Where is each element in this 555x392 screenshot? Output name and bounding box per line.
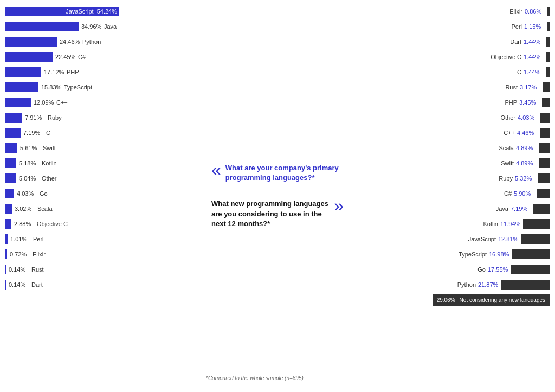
question-1-text: What are your company's primary programm…	[225, 163, 344, 183]
right-row: Ruby 5.32%	[354, 171, 550, 185]
right-row: Swift 4.89%	[354, 156, 550, 170]
right-row: Rust 3.17%	[354, 80, 550, 94]
footnote: *Compared to the whole sample (n=695)	[206, 375, 304, 381]
right-row: Other 4.03%	[354, 111, 550, 125]
left-row: 34.96% Java	[5, 20, 201, 34]
left-row: 4.03% Go	[5, 187, 201, 201]
right-row: Perl 1.15%	[354, 20, 550, 34]
left-row: 22.45% C#	[5, 50, 201, 64]
left-row: 0.14% Rust	[5, 262, 201, 277]
chevron-left-icon: «	[211, 161, 221, 178]
right-row: Kotlin 11.94%	[354, 217, 550, 231]
left-row: 1.01% Perl	[5, 232, 201, 246]
right-row: TypeScript 16.98%	[354, 247, 550, 261]
left-row: 5.61% Swift	[5, 141, 201, 155]
left-row: 0.14% Dart	[5, 278, 201, 292]
right-row: Python 21.87%	[354, 278, 550, 292]
left-row: 24.46% Python	[5, 35, 201, 49]
left-row: 3.02% Scala	[5, 202, 201, 216]
question-block-1: « What are your company's primary progra…	[211, 163, 344, 183]
left-row: 5.18% Kotlin	[5, 156, 201, 170]
right-row: PHP 3.45%	[354, 95, 550, 110]
left-row: 15.83% TypeScript	[5, 80, 201, 94]
center-area: « What are your company's primary progra…	[201, 0, 354, 392]
right-row: Dart 1.44%	[354, 35, 550, 49]
chart-container: JavaScript 54.24% 34.96% Java 24.46% Pyt…	[0, 0, 555, 392]
left-row: 7.91% Ruby	[5, 111, 201, 125]
right-row: Elixir 0.86%	[354, 4, 550, 18]
right-row: 29.06% Not considering any new languages	[354, 293, 550, 307]
right-row: Java 7.19%	[354, 202, 550, 216]
question-2-text: What new programming languages are you c…	[211, 199, 330, 229]
right-row: C# 5.90%	[354, 187, 550, 201]
question-block-2: What new programming languages are you c…	[211, 199, 344, 229]
right-chart: Elixir 0.86% Perl 1.15% Dart 1.44% Objec…	[354, 0, 555, 392]
left-row: JavaScript 54.24%	[5, 4, 201, 18]
left-row: 5.04% Other	[5, 171, 201, 185]
left-row: 12.09% C++	[5, 95, 201, 110]
chevron-right-icon: »	[334, 197, 344, 214]
right-row: C++ 4.46%	[354, 126, 550, 140]
right-row: JavaScript 12.81%	[354, 232, 550, 246]
right-row: Go 17.55%	[354, 262, 550, 277]
left-chart: JavaScript 54.24% 34.96% Java 24.46% Pyt…	[0, 0, 201, 392]
left-row: 7.19% C	[5, 126, 201, 140]
right-row: C 1.44%	[354, 65, 550, 79]
left-row: 0.72% Elixir	[5, 247, 201, 261]
left-row: 17.12% PHP	[5, 65, 201, 79]
right-row: Scala 4.89%	[354, 141, 550, 155]
right-row: Objective C 1.44%	[354, 50, 550, 64]
left-row: 2.88% Objective C	[5, 217, 201, 231]
